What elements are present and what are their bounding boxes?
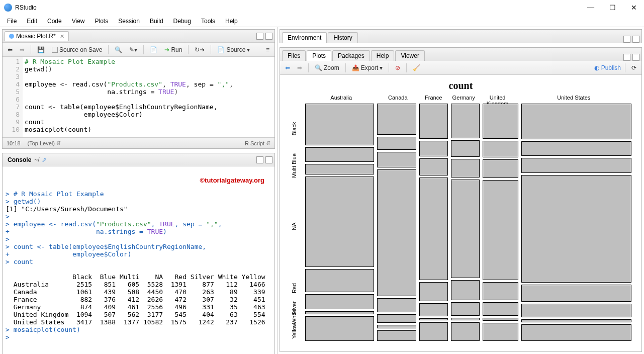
mosaic-cell (521, 285, 631, 302)
mosaic-cell (305, 269, 374, 293)
mosaic-cell (451, 302, 480, 316)
outline-button[interactable]: ≡ (264, 45, 271, 54)
magic-wand-button[interactable]: ✎▾ (127, 45, 139, 54)
notebook-button[interactable]: 📄 (148, 45, 159, 54)
maximize-console-icon[interactable] (265, 156, 272, 163)
mosaic-cell (451, 159, 480, 178)
rscript-icon (9, 34, 14, 39)
open-folder-button[interactable]: ⬀ (40, 155, 49, 164)
menu-plots[interactable]: Plots (91, 17, 113, 26)
mosaic-cell (521, 158, 631, 173)
mosaic-cell (419, 141, 448, 156)
mosaic-cell (305, 104, 374, 145)
mosaic-cell (451, 140, 480, 157)
tab-files[interactable]: Files (282, 50, 306, 61)
mosaic-cell (419, 178, 448, 280)
y-axis-label: Multi (291, 163, 297, 181)
tab-plots[interactable]: Plots (307, 50, 331, 61)
source-button[interactable]: 📄 Source ▾ (215, 45, 252, 54)
mosaic-column (305, 104, 374, 341)
menu-edit[interactable]: Edit (23, 17, 41, 26)
source-editor[interactable]: 12345678910 # R Mosaic Plot Examplegetwd… (3, 57, 274, 137)
plots-toolbar: ⬅ ➡ 🔍 Zoom 📤 Export ▾ ⊘ 🧹 ◐ Publish ⟳ (280, 61, 641, 75)
plot-canvas: count AustraliaCanadaFranceGermanyUnited… (280, 75, 641, 351)
refresh-plot-button[interactable]: ⟳ (629, 63, 638, 72)
run-button[interactable]: ➔Run (162, 45, 184, 54)
x-axis-label: United States (516, 95, 631, 104)
tab-viewer[interactable]: Viewer (395, 50, 424, 61)
mosaic-cell (377, 325, 416, 328)
console-title: Console (5, 155, 34, 164)
clear-plots-button[interactable]: 🧹 (411, 63, 422, 72)
menu-view[interactable]: View (68, 17, 89, 26)
maximize-env-icon[interactable] (632, 36, 639, 43)
x-axis-label: United Kingdom (479, 95, 516, 104)
source-on-save-checkbox[interactable]: Source on Save (50, 45, 104, 54)
source-tab-active[interactable]: Mosaic Plot.R* ✕ (5, 31, 69, 41)
mosaic-cell (451, 322, 480, 341)
menu-debug[interactable]: Debug (169, 17, 195, 26)
mosaic-cell (419, 322, 448, 341)
menu-file[interactable]: File (3, 17, 21, 26)
cursor-position: 10:18 (7, 140, 21, 146)
mosaic-column (377, 104, 416, 341)
language-selector[interactable]: R Script (245, 140, 264, 146)
mosaic-cell (305, 147, 374, 162)
menu-code[interactable]: Code (43, 17, 66, 26)
scope-selector[interactable]: (Top Level) (28, 140, 55, 146)
forward-button[interactable]: ➡ (18, 45, 27, 54)
mosaic-cell (483, 302, 518, 316)
mosaic-cell (377, 152, 416, 167)
maximize-button[interactable]: ☐ (606, 2, 619, 14)
window-title: RStudio (15, 4, 584, 11)
minimize-pane-icon[interactable] (256, 33, 263, 40)
plots-tabbar: Files Plots Packages Help Viewer (280, 48, 641, 61)
tab-packages[interactable]: Packages (332, 50, 370, 61)
mosaic-cell (521, 304, 631, 317)
titlebar: RStudio — ☐ ✕ (0, 0, 644, 15)
x-axis-label: Germany (448, 95, 479, 104)
back-button[interactable]: ⬅ (6, 45, 15, 54)
mosaic-cell (377, 330, 416, 341)
menu-build[interactable]: Build (146, 17, 167, 26)
zoom-button[interactable]: 🔍 Zoom (313, 63, 341, 72)
console-tabbar: Console ~/ ⬀ (3, 153, 274, 166)
maximize-plots-icon[interactable] (632, 54, 639, 61)
console-output[interactable]: ©tutorialgateway.org > # R Mosaic Plot E… (3, 166, 274, 354)
y-axis-label: Yellow (291, 322, 297, 340)
rerun-button[interactable]: ↻➔ (193, 45, 207, 54)
mosaic-cell (483, 180, 518, 280)
tab-history[interactable]: History (328, 32, 357, 43)
menu-help[interactable]: Help (221, 17, 242, 26)
menu-tools[interactable]: Tools (197, 17, 219, 26)
publish-button[interactable]: ◐ Publish (594, 64, 621, 71)
mosaic-cell (483, 159, 518, 178)
tab-help[interactable]: Help (371, 50, 395, 61)
remove-plot-button[interactable]: ⊘ (393, 63, 402, 72)
minimize-console-icon[interactable] (256, 156, 263, 163)
mosaic-cell (377, 137, 416, 150)
mosaic-cell (521, 319, 631, 323)
plot-prev-button[interactable]: ⬅ (283, 63, 292, 72)
minimize-env-icon[interactable] (623, 36, 630, 43)
close-button[interactable]: ✕ (628, 2, 640, 14)
source-toolbar: ⬅ ➡ 💾 Source on Save 🔍 ✎▾ 📄 ➔Run ↻➔ 📄 So… (3, 43, 274, 57)
maximize-pane-icon[interactable] (265, 33, 272, 40)
mosaic-cell (483, 104, 518, 139)
console-path: ~/ (34, 156, 39, 163)
minimize-plots-icon[interactable] (623, 54, 630, 61)
mosaic-cell (377, 314, 416, 323)
close-tab-icon[interactable]: ✕ (60, 33, 64, 40)
minimize-button[interactable]: — (584, 2, 597, 14)
x-axis-label: Canada (377, 95, 418, 104)
find-button[interactable]: 🔍 (113, 45, 124, 54)
plot-title: count (280, 75, 641, 95)
mosaic-cell (521, 175, 631, 283)
save-button[interactable]: 💾 (35, 45, 47, 54)
mosaic-cell (377, 169, 416, 296)
tab-environment[interactable]: Environment (282, 32, 327, 43)
export-button[interactable]: 📤 Export ▾ (350, 63, 385, 72)
menu-session[interactable]: Session (114, 17, 144, 26)
y-axis-label: NA (291, 217, 297, 235)
plot-next-button[interactable]: ➡ (295, 63, 304, 72)
